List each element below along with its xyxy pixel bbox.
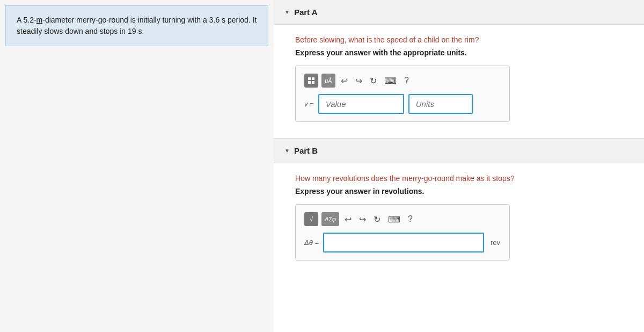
- part-b-unit-label: rev: [491, 239, 500, 247]
- part-b-redo-button[interactable]: ↪: [357, 213, 368, 226]
- part-a-help-button[interactable]: ?: [402, 75, 411, 86]
- part-a-undo-button[interactable]: ↩: [339, 75, 350, 87]
- part-a-input-row: v =: [304, 94, 501, 114]
- part-a-redo-button[interactable]: ↪: [353, 75, 364, 87]
- part-a-chevron-icon: ▼: [284, 9, 290, 15]
- part-b-header[interactable]: ▼ Part B: [274, 139, 644, 163]
- part-a-instruction: Express your answer with the appropriate…: [295, 48, 623, 57]
- part-b-label: Part B: [294, 146, 318, 155]
- problem-statement: A 5.2-m-diameter merry-go-round is initi…: [5, 5, 268, 46]
- part-a-section: ▼ Part A Before slowing, what is the spe…: [274, 0, 644, 138]
- part-b-input-row: Δθ = rev: [304, 233, 501, 252]
- problem-text: A 5.2-m-diameter merry-go-round is initi…: [17, 16, 257, 35]
- part-b-instruction: Express your answer in revolutions.: [295, 187, 623, 196]
- part-b-answer-box: √ ΑΣφ ↩ ↪ ↻ ⌨ ? Δθ = rev: [295, 204, 510, 261]
- part-a-units-input[interactable]: [408, 94, 473, 114]
- part-b-chevron-icon: ▼: [284, 148, 290, 154]
- part-b-value-input[interactable]: [323, 233, 484, 252]
- part-b-refresh-button[interactable]: ↻: [371, 213, 383, 226]
- part-b-section: ▼ Part B How many revolutions does the m…: [274, 139, 644, 277]
- part-a-body: Before slowing, what is the speed of a c…: [274, 25, 644, 138]
- part-b-undo-button[interactable]: ↩: [342, 213, 354, 226]
- right-panel: ▼ Part A Before slowing, what is the spe…: [274, 0, 644, 332]
- part-b-matrix-button[interactable]: √: [304, 212, 318, 226]
- part-b-toolbar: √ ΑΣφ ↩ ↪ ↻ ⌨ ?: [304, 212, 501, 226]
- part-a-question: Before slowing, what is the speed of a c…: [295, 35, 623, 44]
- part-a-matrix-button[interactable]: [304, 74, 318, 88]
- part-a-answer-box: μÅ ↩ ↪ ↻ ⌨ ? v =: [295, 66, 510, 122]
- part-b-body: How many revolutions does the merry-go-r…: [274, 163, 644, 277]
- sqrt-matrix-icon: √: [310, 215, 313, 223]
- part-a-value-input[interactable]: [318, 94, 404, 114]
- part-b-keyboard-button[interactable]: ⌨: [386, 213, 402, 226]
- part-a-input-label: v =: [304, 100, 314, 108]
- part-b-greek-button[interactable]: ΑΣφ: [321, 212, 339, 226]
- part-a-keyboard-button[interactable]: ⌨: [382, 75, 399, 87]
- unit-underline: m: [36, 16, 43, 24]
- part-b-help-button[interactable]: ?: [406, 213, 415, 225]
- part-a-toolbar: μÅ ↩ ↪ ↻ ⌨ ?: [304, 74, 501, 88]
- part-a-greek-button[interactable]: μÅ: [321, 74, 335, 88]
- matrix-icon: [308, 77, 314, 84]
- part-a-label: Part A: [294, 8, 318, 17]
- part-b-input-label: Δθ =: [304, 239, 319, 247]
- part-a-header[interactable]: ▼ Part A: [274, 0, 644, 25]
- part-a-refresh-button[interactable]: ↻: [368, 75, 379, 87]
- part-b-question: How many revolutions does the merry-go-r…: [295, 174, 623, 183]
